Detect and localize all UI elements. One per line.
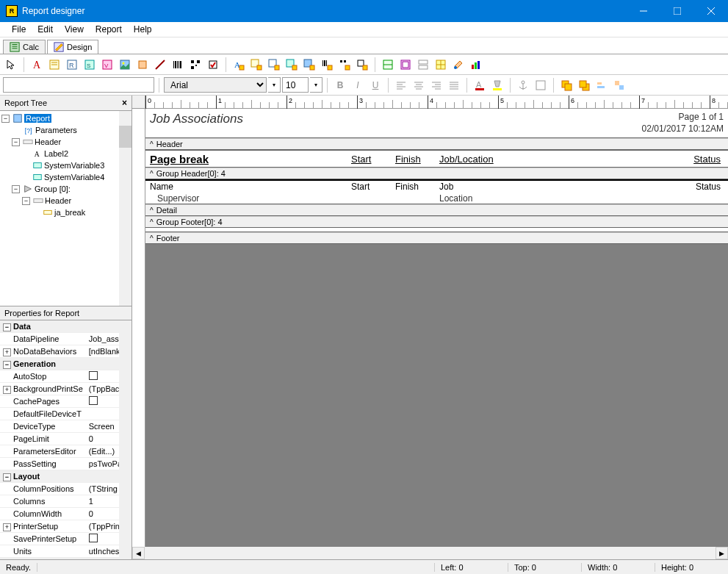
tree-sysvar4[interactable]: SystemVariable4 bbox=[44, 173, 104, 182]
cat-data[interactable]: Data bbox=[13, 322, 31, 331]
region-tool[interactable] bbox=[380, 57, 396, 73]
font-name-select[interactable]: Arial bbox=[164, 77, 267, 93]
dbrichtext-tool[interactable] bbox=[266, 57, 282, 73]
band-group-header-label[interactable]: ^Group Header[0]: 4 bbox=[145, 168, 728, 179]
align-center-button[interactable] bbox=[411, 77, 427, 93]
sysvar-tool[interactable]: S bbox=[82, 57, 98, 73]
dbbarcode-tool[interactable] bbox=[319, 57, 335, 73]
label-tool[interactable]: A bbox=[29, 57, 45, 73]
prop-name[interactable]: PageLimit bbox=[0, 433, 86, 445]
prop-name[interactable]: ColumnWidth bbox=[0, 508, 86, 520]
horizontal-scrollbar[interactable]: ◀ ▶ bbox=[132, 547, 728, 559]
checkbox-icon[interactable] bbox=[89, 396, 98, 405]
timestamp-label[interactable]: 02/01/2017 10:12AM bbox=[642, 123, 724, 134]
pagebreak-tool[interactable] bbox=[415, 57, 431, 73]
shape-tool[interactable] bbox=[134, 57, 151, 73]
bold-button[interactable]: B bbox=[332, 77, 348, 93]
size-dropdown-icon[interactable]: ▾ bbox=[310, 77, 322, 93]
band-footer-label[interactable]: ^Footer bbox=[145, 232, 728, 244]
dbimage-tool[interactable] bbox=[301, 57, 317, 73]
report-title-label[interactable]: Job Associations bbox=[150, 112, 243, 126]
status-field[interactable]: Status bbox=[696, 182, 721, 192]
minimize-button[interactable] bbox=[627, 0, 660, 22]
tree-group-header[interactable]: Header bbox=[45, 196, 71, 205]
dbbarcode2d-tool[interactable] bbox=[336, 57, 353, 73]
supervisor-field[interactable]: Supervisor bbox=[157, 193, 199, 204]
horizontal-ruler[interactable]: 012345678 bbox=[145, 96, 728, 109]
tree-sysvar3[interactable]: SystemVariable3 bbox=[44, 161, 104, 170]
menu-edit[interactable]: Edit bbox=[32, 23, 59, 36]
align-right-button[interactable] bbox=[428, 77, 444, 93]
job-field[interactable]: Job bbox=[439, 182, 453, 192]
subreport-tool[interactable] bbox=[397, 57, 414, 73]
band-detail-label[interactable]: ^Detail bbox=[145, 204, 728, 216]
tab-design[interactable]: Design bbox=[47, 40, 98, 54]
prop-name[interactable]: NoDataBehaviors bbox=[13, 347, 76, 356]
dbcalc-tool[interactable] bbox=[284, 57, 300, 73]
scroll-left-icon[interactable]: ◀ bbox=[132, 547, 145, 559]
prop-name[interactable]: Units bbox=[0, 545, 86, 558]
italic-button[interactable]: I bbox=[350, 77, 366, 93]
checkbox-icon[interactable] bbox=[89, 534, 98, 542]
props-scrollbar[interactable] bbox=[119, 320, 131, 559]
bring-front-button[interactable] bbox=[558, 77, 574, 93]
prop-name[interactable]: BackgroundPrintSe bbox=[13, 384, 83, 393]
anchor-button[interactable] bbox=[515, 77, 531, 93]
align-objects-button[interactable] bbox=[594, 77, 610, 93]
pointer-tool[interactable] bbox=[3, 57, 19, 73]
menu-file[interactable]: File bbox=[6, 23, 32, 36]
prop-name[interactable]: SavePrinterSetup bbox=[0, 533, 86, 545]
menu-view[interactable]: View bbox=[59, 23, 90, 36]
page-break-label[interactable]: Page break bbox=[150, 153, 209, 165]
start-header[interactable]: Start bbox=[351, 154, 371, 165]
vertical-ruler[interactable] bbox=[132, 109, 145, 547]
page-info-label[interactable]: Page 1 of 1 bbox=[679, 112, 724, 122]
close-tree-icon[interactable]: × bbox=[122, 98, 127, 108]
maximize-button[interactable] bbox=[660, 0, 694, 22]
font-size-input[interactable] bbox=[282, 77, 309, 93]
variable-tool[interactable]: V bbox=[99, 57, 115, 73]
tree-label2[interactable]: Label2 bbox=[44, 149, 68, 158]
prop-name[interactable]: CachePages bbox=[0, 395, 86, 408]
checkbox-tool[interactable] bbox=[205, 57, 221, 73]
prop-name[interactable]: Columns bbox=[0, 495, 86, 508]
report-tree[interactable]: −Report [?]Parameters −Header ALabel2 Sy… bbox=[0, 111, 131, 220]
tree-header[interactable]: Header bbox=[35, 137, 61, 146]
send-back-button[interactable] bbox=[576, 77, 592, 93]
paint-tool[interactable] bbox=[450, 57, 466, 73]
cat-generation[interactable]: Generation bbox=[13, 359, 56, 368]
prop-name[interactable]: DataPipeline bbox=[0, 333, 86, 345]
tree-scrollbar[interactable] bbox=[119, 111, 131, 306]
prop-name[interactable]: PrinterSetup bbox=[13, 522, 58, 531]
location-field[interactable]: Location bbox=[439, 193, 472, 204]
memo-tool[interactable] bbox=[46, 57, 62, 73]
close-button[interactable] bbox=[694, 0, 728, 22]
properties-grid[interactable]: −Data DataPipelineJob_ass +NoDataBehavio… bbox=[0, 320, 125, 559]
prop-name[interactable]: DefaultFileDeviceT bbox=[0, 408, 86, 420]
band-header-label[interactable]: ^Header bbox=[145, 138, 728, 150]
prop-name[interactable]: AutoStop bbox=[0, 370, 86, 383]
font-color-button[interactable]: A bbox=[472, 77, 488, 93]
cat-layout[interactable]: Layout bbox=[13, 472, 40, 481]
prop-name[interactable]: DeviceType bbox=[0, 420, 86, 433]
dbtext-tool[interactable]: A bbox=[231, 57, 247, 73]
status-header[interactable]: Status bbox=[693, 154, 721, 165]
richtext-tool[interactable]: R bbox=[64, 57, 80, 73]
crosstab-tool[interactable] bbox=[433, 57, 449, 73]
report-surface[interactable]: Job Associations Page 1 of 1 02/01/2017 … bbox=[145, 109, 728, 547]
checkbox-icon[interactable] bbox=[89, 371, 98, 380]
line-tool[interactable] bbox=[152, 57, 168, 73]
finish-field[interactable]: Finish bbox=[395, 182, 419, 192]
start-field[interactable]: Start bbox=[351, 182, 370, 192]
underline-button[interactable]: U bbox=[367, 77, 383, 93]
finish-header[interactable]: Finish bbox=[395, 154, 421, 165]
dbcheckbox-tool[interactable] bbox=[354, 57, 370, 73]
barcode2d-tool[interactable] bbox=[187, 57, 203, 73]
job-location-header[interactable]: Job/Location bbox=[439, 154, 494, 165]
font-dropdown-icon[interactable]: ▾ bbox=[268, 77, 281, 93]
barcode-tool[interactable] bbox=[170, 57, 186, 73]
chart-tool[interactable] bbox=[468, 57, 484, 73]
dbmemo-tool[interactable] bbox=[248, 57, 264, 73]
tree-ja-break[interactable]: ja_break bbox=[54, 208, 85, 217]
band-group-footer-label[interactable]: ^Group Footer[0]: 4 bbox=[145, 216, 728, 228]
